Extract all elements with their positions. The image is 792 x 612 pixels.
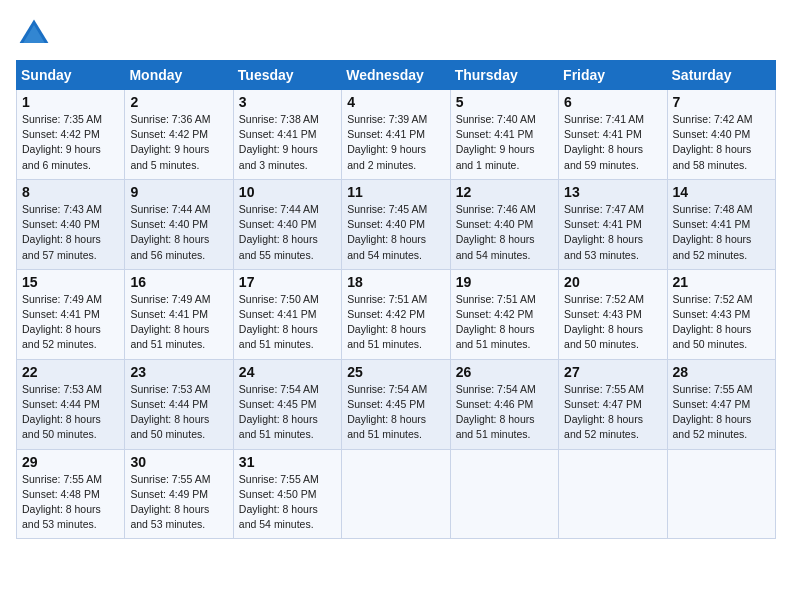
day-info: Sunrise: 7:45 AM Sunset: 4:40 PM Dayligh… bbox=[347, 202, 444, 263]
day-info: Sunrise: 7:43 AM Sunset: 4:40 PM Dayligh… bbox=[22, 202, 119, 263]
day-cell: 23Sunrise: 7:53 AM Sunset: 4:44 PM Dayli… bbox=[125, 359, 233, 449]
calendar-body: 1Sunrise: 7:35 AM Sunset: 4:42 PM Daylig… bbox=[17, 90, 776, 539]
day-number: 27 bbox=[564, 364, 661, 380]
day-number: 3 bbox=[239, 94, 336, 110]
day-number: 24 bbox=[239, 364, 336, 380]
day-number: 4 bbox=[347, 94, 444, 110]
day-number: 11 bbox=[347, 184, 444, 200]
day-number: 1 bbox=[22, 94, 119, 110]
day-number: 17 bbox=[239, 274, 336, 290]
day-number: 20 bbox=[564, 274, 661, 290]
day-cell: 21Sunrise: 7:52 AM Sunset: 4:43 PM Dayli… bbox=[667, 269, 775, 359]
logo-icon bbox=[16, 16, 52, 52]
week-row-5: 29Sunrise: 7:55 AM Sunset: 4:48 PM Dayli… bbox=[17, 449, 776, 539]
day-info: Sunrise: 7:49 AM Sunset: 4:41 PM Dayligh… bbox=[22, 292, 119, 353]
day-info: Sunrise: 7:54 AM Sunset: 4:46 PM Dayligh… bbox=[456, 382, 553, 443]
day-number: 22 bbox=[22, 364, 119, 380]
day-cell: 12Sunrise: 7:46 AM Sunset: 4:40 PM Dayli… bbox=[450, 179, 558, 269]
day-cell: 16Sunrise: 7:49 AM Sunset: 4:41 PM Dayli… bbox=[125, 269, 233, 359]
day-info: Sunrise: 7:49 AM Sunset: 4:41 PM Dayligh… bbox=[130, 292, 227, 353]
day-cell: 13Sunrise: 7:47 AM Sunset: 4:41 PM Dayli… bbox=[559, 179, 667, 269]
day-cell: 2Sunrise: 7:36 AM Sunset: 4:42 PM Daylig… bbox=[125, 90, 233, 180]
col-header-friday: Friday bbox=[559, 61, 667, 90]
day-number: 28 bbox=[673, 364, 770, 380]
day-info: Sunrise: 7:40 AM Sunset: 4:41 PM Dayligh… bbox=[456, 112, 553, 173]
day-cell: 8Sunrise: 7:43 AM Sunset: 4:40 PM Daylig… bbox=[17, 179, 125, 269]
calendar-table: SundayMondayTuesdayWednesdayThursdayFrid… bbox=[16, 60, 776, 539]
day-number: 25 bbox=[347, 364, 444, 380]
day-cell: 17Sunrise: 7:50 AM Sunset: 4:41 PM Dayli… bbox=[233, 269, 341, 359]
day-cell: 25Sunrise: 7:54 AM Sunset: 4:45 PM Dayli… bbox=[342, 359, 450, 449]
col-header-tuesday: Tuesday bbox=[233, 61, 341, 90]
day-cell: 10Sunrise: 7:44 AM Sunset: 4:40 PM Dayli… bbox=[233, 179, 341, 269]
header-row: SundayMondayTuesdayWednesdayThursdayFrid… bbox=[17, 61, 776, 90]
day-cell: 18Sunrise: 7:51 AM Sunset: 4:42 PM Dayli… bbox=[342, 269, 450, 359]
day-cell: 7Sunrise: 7:42 AM Sunset: 4:40 PM Daylig… bbox=[667, 90, 775, 180]
day-number: 23 bbox=[130, 364, 227, 380]
day-info: Sunrise: 7:47 AM Sunset: 4:41 PM Dayligh… bbox=[564, 202, 661, 263]
day-number: 31 bbox=[239, 454, 336, 470]
week-row-1: 1Sunrise: 7:35 AM Sunset: 4:42 PM Daylig… bbox=[17, 90, 776, 180]
day-number: 7 bbox=[673, 94, 770, 110]
day-number: 18 bbox=[347, 274, 444, 290]
day-cell: 3Sunrise: 7:38 AM Sunset: 4:41 PM Daylig… bbox=[233, 90, 341, 180]
day-info: Sunrise: 7:48 AM Sunset: 4:41 PM Dayligh… bbox=[673, 202, 770, 263]
col-header-thursday: Thursday bbox=[450, 61, 558, 90]
day-number: 13 bbox=[564, 184, 661, 200]
day-cell: 29Sunrise: 7:55 AM Sunset: 4:48 PM Dayli… bbox=[17, 449, 125, 539]
day-number: 19 bbox=[456, 274, 553, 290]
day-cell: 27Sunrise: 7:55 AM Sunset: 4:47 PM Dayli… bbox=[559, 359, 667, 449]
day-number: 8 bbox=[22, 184, 119, 200]
day-info: Sunrise: 7:55 AM Sunset: 4:48 PM Dayligh… bbox=[22, 472, 119, 533]
day-info: Sunrise: 7:52 AM Sunset: 4:43 PM Dayligh… bbox=[673, 292, 770, 353]
day-number: 10 bbox=[239, 184, 336, 200]
day-info: Sunrise: 7:55 AM Sunset: 4:47 PM Dayligh… bbox=[673, 382, 770, 443]
day-number: 2 bbox=[130, 94, 227, 110]
day-number: 9 bbox=[130, 184, 227, 200]
day-info: Sunrise: 7:50 AM Sunset: 4:41 PM Dayligh… bbox=[239, 292, 336, 353]
logo bbox=[16, 16, 56, 52]
day-info: Sunrise: 7:35 AM Sunset: 4:42 PM Dayligh… bbox=[22, 112, 119, 173]
week-row-4: 22Sunrise: 7:53 AM Sunset: 4:44 PM Dayli… bbox=[17, 359, 776, 449]
col-header-wednesday: Wednesday bbox=[342, 61, 450, 90]
day-cell: 22Sunrise: 7:53 AM Sunset: 4:44 PM Dayli… bbox=[17, 359, 125, 449]
day-number: 12 bbox=[456, 184, 553, 200]
day-number: 16 bbox=[130, 274, 227, 290]
day-info: Sunrise: 7:46 AM Sunset: 4:40 PM Dayligh… bbox=[456, 202, 553, 263]
col-header-saturday: Saturday bbox=[667, 61, 775, 90]
day-info: Sunrise: 7:53 AM Sunset: 4:44 PM Dayligh… bbox=[130, 382, 227, 443]
day-cell: 6Sunrise: 7:41 AM Sunset: 4:41 PM Daylig… bbox=[559, 90, 667, 180]
day-cell bbox=[342, 449, 450, 539]
day-cell: 31Sunrise: 7:55 AM Sunset: 4:50 PM Dayli… bbox=[233, 449, 341, 539]
day-number: 14 bbox=[673, 184, 770, 200]
day-number: 21 bbox=[673, 274, 770, 290]
day-info: Sunrise: 7:51 AM Sunset: 4:42 PM Dayligh… bbox=[347, 292, 444, 353]
calendar-header: SundayMondayTuesdayWednesdayThursdayFrid… bbox=[17, 61, 776, 90]
day-cell: 28Sunrise: 7:55 AM Sunset: 4:47 PM Dayli… bbox=[667, 359, 775, 449]
day-info: Sunrise: 7:39 AM Sunset: 4:41 PM Dayligh… bbox=[347, 112, 444, 173]
col-header-sunday: Sunday bbox=[17, 61, 125, 90]
day-cell bbox=[667, 449, 775, 539]
day-cell: 11Sunrise: 7:45 AM Sunset: 4:40 PM Dayli… bbox=[342, 179, 450, 269]
day-cell: 14Sunrise: 7:48 AM Sunset: 4:41 PM Dayli… bbox=[667, 179, 775, 269]
day-cell: 26Sunrise: 7:54 AM Sunset: 4:46 PM Dayli… bbox=[450, 359, 558, 449]
week-row-2: 8Sunrise: 7:43 AM Sunset: 4:40 PM Daylig… bbox=[17, 179, 776, 269]
day-info: Sunrise: 7:44 AM Sunset: 4:40 PM Dayligh… bbox=[130, 202, 227, 263]
day-cell: 1Sunrise: 7:35 AM Sunset: 4:42 PM Daylig… bbox=[17, 90, 125, 180]
day-cell: 20Sunrise: 7:52 AM Sunset: 4:43 PM Dayli… bbox=[559, 269, 667, 359]
day-number: 30 bbox=[130, 454, 227, 470]
day-cell: 30Sunrise: 7:55 AM Sunset: 4:49 PM Dayli… bbox=[125, 449, 233, 539]
day-info: Sunrise: 7:55 AM Sunset: 4:49 PM Dayligh… bbox=[130, 472, 227, 533]
day-info: Sunrise: 7:54 AM Sunset: 4:45 PM Dayligh… bbox=[347, 382, 444, 443]
day-info: Sunrise: 7:41 AM Sunset: 4:41 PM Dayligh… bbox=[564, 112, 661, 173]
day-number: 29 bbox=[22, 454, 119, 470]
day-info: Sunrise: 7:44 AM Sunset: 4:40 PM Dayligh… bbox=[239, 202, 336, 263]
day-number: 26 bbox=[456, 364, 553, 380]
day-info: Sunrise: 7:38 AM Sunset: 4:41 PM Dayligh… bbox=[239, 112, 336, 173]
day-info: Sunrise: 7:54 AM Sunset: 4:45 PM Dayligh… bbox=[239, 382, 336, 443]
day-info: Sunrise: 7:53 AM Sunset: 4:44 PM Dayligh… bbox=[22, 382, 119, 443]
day-number: 6 bbox=[564, 94, 661, 110]
day-number: 15 bbox=[22, 274, 119, 290]
day-info: Sunrise: 7:51 AM Sunset: 4:42 PM Dayligh… bbox=[456, 292, 553, 353]
day-cell: 9Sunrise: 7:44 AM Sunset: 4:40 PM Daylig… bbox=[125, 179, 233, 269]
